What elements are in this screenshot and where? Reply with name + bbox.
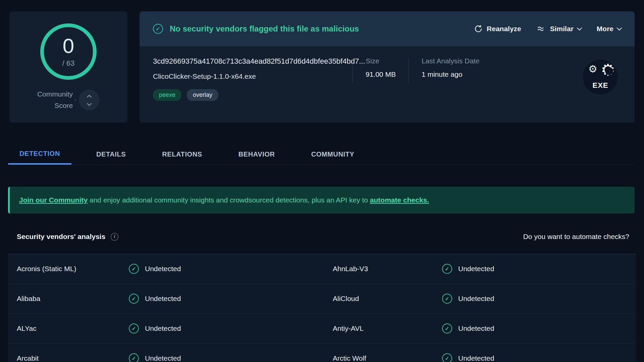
undetected-check-icon: ✓	[129, 353, 139, 362]
tag-overlay[interactable]: overlay	[187, 89, 218, 101]
vote-down-icon[interactable]	[87, 101, 92, 106]
security-vendors-analysis-title: Security vendors' analysis i	[17, 233, 118, 241]
date-value: 1 minute ago	[422, 70, 480, 78]
vendors-table: Acronis (Static ML) ✓ Undetected AhnLab-…	[8, 254, 636, 362]
table-row: ALYac ✓ Undetected Antiy-AVL ✓ Undetecte…	[8, 314, 636, 344]
tab-detection[interactable]: DETECTION	[8, 144, 71, 165]
moon-shape	[605, 67, 613, 75]
table-row: Acronis (Static ML) ✓ Undetected AhnLab-…	[8, 254, 636, 284]
community-score-card: 0 / 63 Community Score	[9, 11, 127, 123]
chevron-down-icon	[577, 25, 582, 31]
undetected-check-icon: ✓	[129, 294, 139, 304]
tag-peexe[interactable]: peexe	[153, 89, 181, 101]
file-hash: 3cd92669375a41708c713c3a4ead82f51d7d6d4d…	[153, 57, 353, 66]
join-community-link[interactable]: Join our Community	[19, 196, 88, 204]
vendor-status: ✓ Undetected	[129, 264, 333, 274]
automate-checks-link[interactable]: automate checks.	[370, 196, 429, 204]
date-label: Last Analysis Date	[422, 57, 480, 65]
vendor-name: AliCloud	[333, 295, 442, 303]
similar-icon	[537, 25, 546, 33]
vendor-status: ✓ Undetected	[442, 353, 636, 362]
divider	[409, 58, 409, 83]
tab-behavior[interactable]: BEHAVIOR	[227, 144, 286, 165]
vendor-status: ✓ Undetected	[129, 353, 333, 362]
tab-bar: DETECTION DETAILS RELATIONS BEHAVIOR COM…	[8, 144, 635, 165]
undetected-check-icon: ✓	[442, 353, 452, 362]
exe-file-icon: ⚙ ⚙ EXE	[583, 60, 618, 95]
vendor-name: Alibaba	[17, 295, 129, 303]
info-icon[interactable]: i	[111, 233, 118, 241]
size-value: 91.00 MB	[366, 70, 396, 78]
community-score-label: Community Score	[37, 88, 73, 111]
vendor-status: ✓ Undetected	[129, 294, 333, 304]
gear-icon: ⚙	[588, 63, 597, 75]
tab-relations[interactable]: RELATIONS	[151, 144, 213, 165]
vote-widget[interactable]	[79, 89, 100, 110]
vote-up-icon[interactable]	[87, 95, 92, 99]
table-row: Arcabit ✓ Undetected Arctic Wolf ✓ Undet…	[8, 344, 636, 362]
undetected-check-icon: ✓	[129, 264, 139, 274]
vendor-name: ALYac	[17, 324, 129, 333]
undetected-check-icon: ✓	[442, 264, 452, 274]
vendor-status: ✓ Undetected	[442, 323, 636, 334]
vendor-status: ✓ Undetected	[442, 294, 636, 304]
vendor-name: Antiy-AVL	[333, 324, 442, 333]
more-dropdown[interactable]: More	[597, 25, 621, 33]
chevron-down-icon	[617, 25, 622, 31]
undetected-check-icon: ✓	[442, 294, 452, 304]
tab-details[interactable]: DETAILS	[85, 144, 137, 165]
divider	[353, 58, 353, 83]
verdict-text: No security vendors flagged this file as…	[170, 24, 359, 34]
vendor-name: Arctic Wolf	[333, 354, 442, 362]
community-banner: Join our Community and enjoy additional …	[8, 187, 635, 214]
automate-checks-prompt: Do you want to automate checks?	[523, 233, 629, 241]
exe-label: EXE	[583, 81, 618, 90]
file-header-card: ✓ No security vendors flagged this file …	[140, 11, 635, 123]
similar-dropdown[interactable]: Similar	[537, 25, 581, 33]
score-total: / 63	[62, 59, 75, 68]
vendor-status: ✓ Undetected	[442, 264, 636, 274]
analysis-date-block: Last Analysis Date 1 minute ago	[422, 57, 480, 78]
undetected-check-icon: ✓	[442, 323, 452, 334]
file-name: ClicoClicker-Setup-1.1.0-x64.exe	[153, 72, 353, 80]
size-label: Size	[366, 57, 396, 65]
reanalyze-icon	[474, 24, 483, 33]
table-row: Alibaba ✓ Undetected AliCloud ✓ Undetect…	[8, 284, 636, 314]
vendor-status: ✓ Undetected	[129, 323, 333, 334]
banner-text: and enjoy additional community insights …	[88, 196, 370, 204]
vendor-name: Arcabit	[17, 354, 129, 362]
reanalyze-button[interactable]: Reanalyze	[474, 24, 521, 33]
score-gauge: 0 / 63	[40, 23, 97, 80]
verdict-check-icon: ✓	[153, 24, 163, 34]
file-size-block: Size 91.00 MB	[366, 57, 396, 78]
verdict-bar: ✓ No security vendors flagged this file …	[140, 11, 635, 46]
undetected-check-icon: ✓	[129, 323, 139, 334]
vendor-name: Acronis (Static ML)	[17, 265, 129, 273]
score-value: 0	[63, 36, 74, 56]
tab-community[interactable]: COMMUNITY	[300, 144, 366, 165]
vendor-name: AhnLab-V3	[333, 265, 442, 273]
